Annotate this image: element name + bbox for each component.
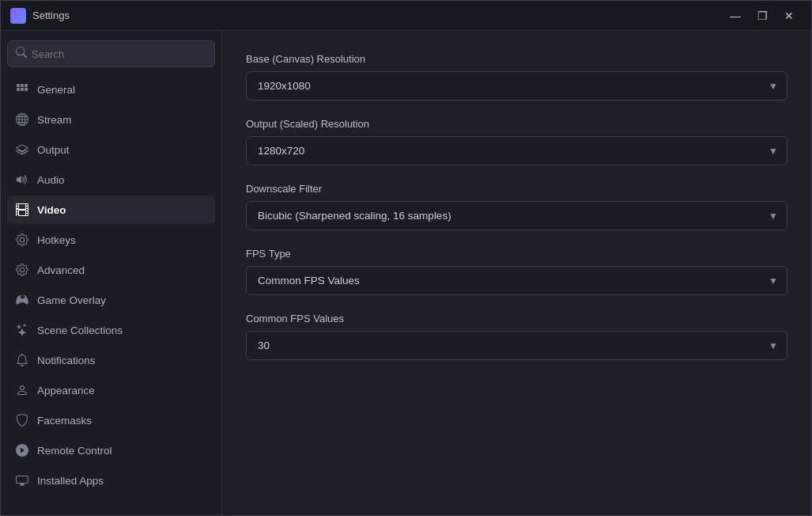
fps-type-wrapper: Common FPS Values Integer FPS Value Frac… bbox=[246, 266, 787, 295]
stream-label: Stream bbox=[37, 114, 72, 126]
game-overlay-label: Game Overlay bbox=[37, 294, 106, 306]
remote-control-label: Remote Control bbox=[37, 445, 112, 457]
sidebar-item-facemasks[interactable]: Facemasks bbox=[7, 406, 215, 434]
search-icon bbox=[16, 47, 27, 61]
play-icon bbox=[15, 443, 29, 457]
bell-icon bbox=[15, 353, 29, 367]
facemasks-label: Facemasks bbox=[37, 415, 92, 427]
window-controls: — ❐ ✕ bbox=[723, 5, 802, 27]
common-fps-group: Common FPS Values 24 25 29.97 30 48 50 5… bbox=[246, 313, 787, 360]
grid-icon bbox=[15, 82, 29, 97]
appearance-label: Appearance bbox=[37, 385, 95, 396]
fps-type-group: FPS Type Common FPS Values Integer FPS V… bbox=[246, 248, 787, 295]
video-label: Video bbox=[37, 204, 66, 216]
output-resolution-wrapper: 1920x1080 1280x720 1366x768 854x480 ▼ bbox=[246, 136, 787, 165]
sidebar-item-installed-apps[interactable]: Installed Apps bbox=[7, 466, 215, 495]
audio-label: Audio bbox=[37, 174, 65, 186]
base-resolution-wrapper: 1920x1080 1280x720 1366x768 2560x1440 38… bbox=[246, 71, 787, 101]
sidebar-item-stream[interactable]: Stream bbox=[7, 105, 215, 134]
titlebar: Settings — ❐ ✕ bbox=[1, 1, 811, 31]
sidebar-item-remote-control[interactable]: Remote Control bbox=[7, 436, 215, 465]
main-content: Base (Canvas) Resolution 1920x1080 1280x… bbox=[222, 31, 811, 515]
downscale-filter-wrapper: Bicubic (Sharpened scaling, 16 samples) … bbox=[246, 201, 787, 230]
sidebar-item-game-overlay[interactable]: Game Overlay bbox=[7, 286, 215, 314]
fps-type-select[interactable]: Common FPS Values Integer FPS Value Frac… bbox=[246, 266, 787, 295]
search-container[interactable] bbox=[7, 40, 215, 67]
output-label: Output bbox=[37, 144, 70, 156]
base-resolution-label: Base (Canvas) Resolution bbox=[246, 53, 787, 65]
content-area: General Stream Output bbox=[1, 31, 811, 515]
hotkeys-label: Hotkeys bbox=[37, 234, 76, 246]
installed-apps-label: Installed Apps bbox=[37, 475, 104, 487]
fps-type-label: FPS Type bbox=[246, 248, 787, 260]
common-fps-label: Common FPS Values bbox=[246, 313, 787, 324]
scene-collections-label: Scene Collections bbox=[37, 324, 123, 336]
minimize-button[interactable]: — bbox=[723, 5, 748, 27]
sidebar-item-hotkeys[interactable]: Hotkeys bbox=[7, 226, 215, 254]
gamepad-icon bbox=[15, 293, 29, 307]
advanced-label: Advanced bbox=[37, 264, 85, 276]
sidebar-item-audio[interactable]: Audio bbox=[7, 165, 215, 194]
volume-icon bbox=[15, 173, 29, 187]
output-resolution-select[interactable]: 1920x1080 1280x720 1366x768 854x480 bbox=[246, 136, 787, 165]
monitor-icon bbox=[15, 473, 29, 488]
shield-icon bbox=[15, 413, 29, 427]
sidebar: General Stream Output bbox=[1, 31, 222, 515]
app-icon bbox=[10, 8, 26, 24]
window-title: Settings bbox=[32, 9, 723, 21]
person-icon bbox=[15, 383, 29, 397]
general-label: General bbox=[37, 84, 75, 96]
downscale-filter-group: Downscale Filter Bicubic (Sharpened scal… bbox=[246, 183, 787, 230]
film-icon bbox=[15, 203, 29, 217]
gear-icon bbox=[15, 233, 29, 247]
sidebar-item-output[interactable]: Output bbox=[7, 135, 215, 164]
sidebar-item-appearance[interactable]: Appearance bbox=[7, 376, 215, 404]
sparkle-icon bbox=[15, 323, 29, 337]
sidebar-item-video[interactable]: Video bbox=[7, 195, 215, 224]
settings-window: Settings — ❐ ✕ bbox=[0, 0, 812, 516]
base-resolution-group: Base (Canvas) Resolution 1920x1080 1280x… bbox=[246, 53, 787, 101]
notifications-label: Notifications bbox=[37, 355, 96, 366]
downscale-filter-select[interactable]: Bicubic (Sharpened scaling, 16 samples) … bbox=[246, 201, 787, 230]
sidebar-item-notifications[interactable]: Notifications bbox=[7, 346, 215, 374]
layers-icon bbox=[15, 142, 29, 157]
sidebar-item-scene-collections[interactable]: Scene Collections bbox=[7, 316, 215, 344]
gear2-icon bbox=[15, 263, 29, 277]
close-button[interactable]: ✕ bbox=[776, 5, 802, 27]
maximize-button[interactable]: ❐ bbox=[750, 5, 775, 27]
output-resolution-label: Output (Scaled) Resolution bbox=[246, 118, 787, 130]
common-fps-select[interactable]: 24 25 29.97 30 48 50 59.94 60 bbox=[246, 331, 787, 360]
sidebar-item-advanced[interactable]: Advanced bbox=[7, 256, 215, 284]
output-resolution-group: Output (Scaled) Resolution 1920x1080 128… bbox=[246, 118, 787, 165]
base-resolution-select[interactable]: 1920x1080 1280x720 1366x768 2560x1440 38… bbox=[246, 71, 787, 101]
sidebar-item-general[interactable]: General bbox=[7, 75, 215, 104]
globe-icon bbox=[15, 112, 29, 127]
search-input[interactable] bbox=[32, 48, 206, 60]
downscale-filter-label: Downscale Filter bbox=[246, 183, 787, 195]
common-fps-wrapper: 24 25 29.97 30 48 50 59.94 60 ▼ bbox=[246, 331, 787, 360]
